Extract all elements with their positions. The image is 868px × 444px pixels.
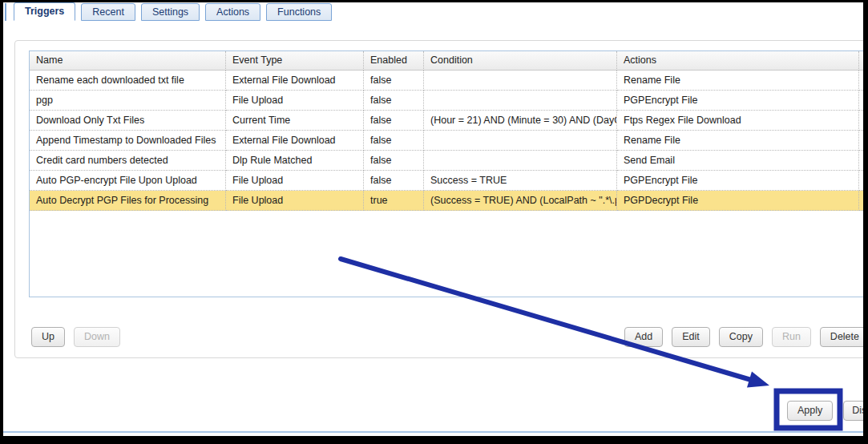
column-header-filler [859, 51, 863, 71]
table-body: Rename each downloaded txt fileExternal … [30, 71, 863, 211]
tab-triggers[interactable]: Triggers [14, 2, 75, 21]
add-button[interactable]: Add [624, 327, 663, 347]
crud-buttons: Add Edit Copy Run Delete [624, 327, 863, 347]
cell-event-type: File Upload [226, 91, 364, 111]
cell-condition [424, 131, 617, 151]
table-row[interactable]: pgpFile UploadfalsePGPEncrypt File [30, 91, 863, 111]
cell-event-type: File Upload [226, 191, 364, 211]
cell-event-type: Current Time [226, 111, 364, 131]
app-window: Triggers Recent Settings Actions Functio… [3, 2, 863, 436]
cell-filler [859, 71, 863, 91]
cell-actions: PGPEncrypt File [617, 91, 859, 111]
table-row[interactable]: Credit card numbers detectedDlp Rule Mat… [30, 151, 863, 171]
table-row[interactable]: Append Timestamp to Downloaded FilesExte… [30, 131, 863, 151]
cell-name: Append Timestamp to Downloaded Files [30, 131, 226, 151]
cell-actions: Rename File [617, 131, 859, 151]
column-header-name[interactable]: Name [30, 51, 226, 71]
tab-actions[interactable]: Actions [205, 3, 260, 21]
cell-event-type: File Upload [226, 171, 364, 191]
table-row[interactable]: Rename each downloaded txt fileExternal … [30, 71, 863, 91]
cell-filler [859, 151, 863, 171]
table-row[interactable]: Auto PGP-encrypt File Upon UploadFile Up… [30, 171, 863, 191]
cell-enabled: false [364, 71, 424, 91]
cell-actions: Send Email [617, 151, 859, 171]
cell-enabled: false [364, 171, 424, 191]
column-header-actions[interactable]: Actions [617, 51, 859, 71]
cell-condition: (Hour = 21) AND (Minute = 30) AND (DayOf… [424, 111, 617, 131]
cell-name: Credit card numbers detected [30, 151, 226, 171]
cell-actions: Ftps Regex File Download [617, 111, 859, 131]
cell-enabled: false [364, 151, 424, 171]
cell-actions: PGPDecrypt File [617, 191, 859, 211]
cell-enabled: false [364, 111, 424, 131]
delete-button[interactable]: Delete [820, 327, 863, 347]
tab-bar-left-edge [5, 3, 6, 21]
annotation-arrow-head [747, 372, 769, 388]
cell-name: Auto Decrypt PGP Files for Processing [30, 191, 226, 211]
cell-filler [859, 171, 863, 191]
copy-button[interactable]: Copy [719, 327, 763, 347]
table-toolbar: Up Down Add Edit Copy Run Delete [31, 327, 863, 347]
cell-name: pgp [30, 91, 226, 111]
cell-event-type: External File Download [226, 131, 364, 151]
cell-filler [859, 131, 863, 151]
cell-actions: PGPEncrypt File [617, 171, 859, 191]
apply-discard-row: Apply Discard [787, 401, 863, 421]
cell-actions: Rename File [617, 71, 859, 91]
table-row[interactable]: Download Only Txt FilesCurrent Timefalse… [30, 111, 863, 131]
cell-enabled: false [364, 131, 424, 151]
cell-filler [859, 111, 863, 131]
cell-condition: Success = TRUE [424, 171, 617, 191]
cell-event-type: External File Download [226, 71, 364, 91]
up-button[interactable]: Up [31, 327, 65, 347]
triggers-table: Name Event Type Enabled Condition Action… [29, 50, 863, 297]
cell-event-type: Dlp Rule Matched [226, 151, 364, 171]
cell-condition [424, 91, 617, 111]
cell-name: Auto PGP-encrypt File Upon Upload [30, 171, 226, 191]
triggers-panel: Name Event Type Enabled Condition Action… [14, 40, 863, 358]
cell-condition [424, 71, 617, 91]
cell-filler [859, 191, 863, 211]
tab-settings[interactable]: Settings [141, 3, 200, 21]
cell-condition [424, 151, 617, 171]
edit-button[interactable]: Edit [672, 327, 710, 347]
screenshot-frame: Triggers Recent Settings Actions Functio… [0, 0, 868, 444]
tab-functions[interactable]: Functions [266, 3, 332, 21]
table-header-row: Name Event Type Enabled Condition Action… [30, 51, 863, 71]
cell-condition: (Success = TRUE) AND (LocalPath ~ ".*\.p… [424, 191, 617, 211]
tab-recent[interactable]: Recent [81, 3, 135, 21]
cell-enabled: true [364, 191, 424, 211]
cell-filler [859, 91, 863, 111]
cell-name: Download Only Txt Files [30, 111, 226, 131]
bottom-divider [3, 431, 863, 433]
cell-enabled: false [364, 91, 424, 111]
run-button: Run [772, 327, 811, 347]
reorder-buttons: Up Down [31, 327, 120, 347]
apply-button[interactable]: Apply [787, 401, 833, 421]
column-header-enabled[interactable]: Enabled [364, 51, 424, 71]
cell-name: Rename each downloaded txt file [30, 71, 226, 91]
column-header-condition[interactable]: Condition [424, 51, 617, 71]
column-header-event-type[interactable]: Event Type [226, 51, 364, 71]
tab-bar: Triggers Recent Settings Actions Functio… [3, 2, 332, 21]
table-row[interactable]: Auto Decrypt PGP Files for ProcessingFil… [30, 191, 863, 211]
down-button: Down [74, 327, 120, 347]
discard-button[interactable]: Discard [843, 401, 863, 421]
